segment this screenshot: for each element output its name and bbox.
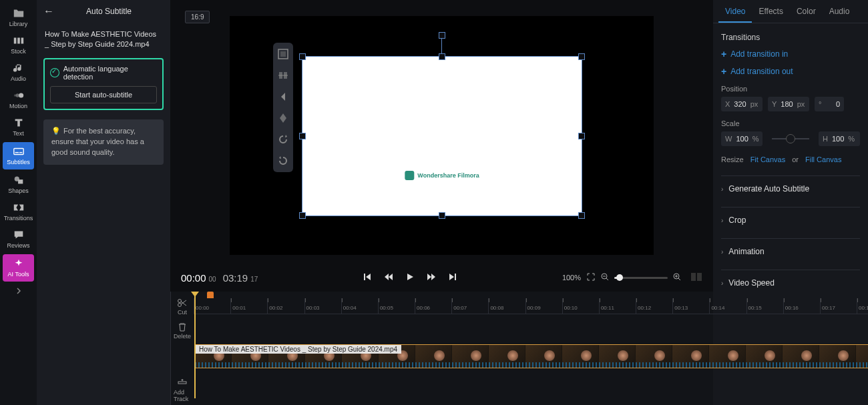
accordion-animation[interactable]: ›Animation: [721, 238, 860, 264]
video-clip[interactable]: How To Make AESTHETIC Videos _ Step by S…: [194, 344, 868, 368]
selection-handle[interactable]: [578, 133, 585, 139]
text-icon: [13, 117, 25, 128]
forward-icon[interactable]: [427, 272, 436, 283]
sparkle-icon: [13, 258, 25, 269]
timeline: Cut Delete Add Track 00:0000:0100:0200:0…: [170, 292, 713, 405]
shapes-icon: [13, 175, 25, 185]
add-transition-in-button[interactable]: +Add transition in: [721, 49, 860, 59]
accordion-label: Video Speed: [728, 278, 775, 288]
rotation-input[interactable]: °0: [815, 97, 844, 111]
add-track-button[interactable]: Add Track: [171, 376, 194, 405]
scale-w-input[interactable]: W100%: [721, 131, 763, 146]
ruler-tick: 00:11: [599, 298, 636, 314]
nav-label: Reviews: [7, 242, 29, 249]
timeline-tools: Cut Delete Add Track: [171, 292, 194, 405]
time-display: 00:0000 03:1917: [181, 272, 258, 284]
play-icon[interactable]: [405, 272, 415, 283]
tab-video[interactable]: Video: [718, 0, 752, 23]
delete-button[interactable]: Delete: [171, 320, 194, 342]
playhead[interactable]: [194, 292, 196, 398]
scale-link-slider[interactable]: [772, 138, 809, 139]
compare-icon[interactable]: [690, 272, 702, 284]
tab-effects[interactable]: Effects: [752, 0, 789, 23]
svg-rect-8: [19, 152, 22, 153]
fit-canvas-button[interactable]: Fit Canvas: [750, 155, 786, 163]
arrow-left-icon[interactable]: [276, 89, 290, 104]
accordion-auto-subtitle[interactable]: ›Generate Auto Subtitle: [721, 175, 860, 201]
selection-handle[interactable]: [299, 212, 306, 219]
tip-box: 💡For the best accuracy, ensure that your…: [43, 119, 164, 165]
timeline-marker[interactable]: [207, 292, 214, 298]
scale-h-input[interactable]: H100%: [819, 131, 860, 146]
fullscreen-icon[interactable]: [586, 272, 596, 283]
nav-label: Audio: [11, 75, 26, 82]
nav-reviews[interactable]: Reviews: [0, 226, 37, 253]
chevron-right-icon: ›: [721, 280, 723, 287]
flip-v-icon[interactable]: [276, 111, 290, 125]
watermark-text: Wondershare Filmora: [417, 172, 479, 179]
timeline-ruler[interactable]: 00:0000:0100:0200:0300:0400:0500:0600:07…: [194, 298, 868, 314]
start-auto-subtitle-button[interactable]: Start auto-subtitle: [50, 86, 157, 103]
nav-expand[interactable]: [0, 283, 37, 299]
time-total-frame: 17: [250, 276, 258, 283]
selection-handle[interactable]: [299, 133, 306, 139]
selection-handle[interactable]: [439, 32, 445, 39]
nav-label: Motion: [9, 103, 27, 109]
skip-back-icon[interactable]: [363, 272, 372, 283]
flip-h-icon[interactable]: [276, 68, 290, 83]
nav-text[interactable]: Text: [0, 113, 37, 141]
link-label: Add transition out: [730, 67, 793, 76]
fill-canvas-button[interactable]: Fill Canvas: [805, 155, 841, 163]
tab-audio[interactable]: Audio: [823, 0, 857, 23]
svg-point-5: [13, 94, 16, 97]
position-x-input[interactable]: X320px: [721, 97, 763, 111]
canvas-toolbar: [273, 43, 293, 172]
ruler-tick: 00:14: [709, 298, 746, 314]
back-button[interactable]: ←: [43, 5, 54, 17]
ruler-tick: 00:07: [451, 298, 488, 314]
selection-handle[interactable]: [439, 212, 445, 219]
selection-box[interactable]: Wondershare Filmora: [302, 56, 582, 216]
nav-motion[interactable]: Motion: [0, 86, 37, 113]
nav-subtitles[interactable]: Subtitles: [3, 142, 34, 169]
ruler-tick: 00:01: [230, 298, 267, 314]
nav-stock[interactable]: Stock: [0, 31, 37, 59]
nav-transitions[interactable]: Transitions: [0, 198, 37, 226]
position-y-input[interactable]: Y180px: [768, 97, 809, 111]
svg-rect-0: [13, 38, 16, 44]
zoom-out-icon[interactable]: [601, 273, 609, 282]
rewind-icon[interactable]: [384, 272, 393, 283]
svg-rect-15: [691, 273, 696, 281]
selection-handle[interactable]: [578, 53, 585, 60]
video-preview[interactable]: Wondershare Filmora: [170, 0, 713, 264]
ruler-tick: 00:09: [525, 298, 562, 314]
cut-button[interactable]: Cut: [174, 296, 190, 318]
bulb-icon: 💡: [51, 127, 61, 135]
tab-color[interactable]: Color: [790, 0, 823, 23]
accordion-crop[interactable]: ›Crop: [721, 207, 860, 233]
fit-icon[interactable]: [276, 47, 290, 61]
nav-library[interactable]: Library: [0, 4, 37, 31]
ruler-tick: 00:06: [415, 298, 451, 314]
rotate-cw-icon[interactable]: [276, 132, 290, 147]
nav-audio[interactable]: Audio: [0, 59, 37, 86]
scale-label: Scale: [721, 119, 860, 127]
nav-shapes[interactable]: Shapes: [0, 171, 37, 198]
undo-icon[interactable]: [276, 153, 290, 168]
zoom-slider[interactable]: [614, 277, 668, 279]
link-icon[interactable]: [786, 134, 795, 143]
zoom-in-icon[interactable]: [673, 273, 681, 282]
add-transition-out-button[interactable]: +Add transition out: [721, 66, 860, 77]
ruler-tick: 00:15: [746, 298, 783, 314]
subtitles-icon: [13, 146, 25, 157]
ruler-tick: 00:03: [304, 298, 341, 314]
motion-icon: [13, 90, 25, 101]
check-icon[interactable]: [50, 68, 59, 77]
svg-rect-10: [18, 179, 23, 183]
selection-handle[interactable]: [299, 53, 306, 60]
skip-forward-icon[interactable]: [448, 272, 457, 283]
selection-handle[interactable]: [578, 212, 585, 219]
nav-label: Text: [13, 130, 24, 137]
selection-handle[interactable]: [439, 53, 445, 60]
nav-ai-tools[interactable]: AI Tools: [3, 254, 34, 282]
